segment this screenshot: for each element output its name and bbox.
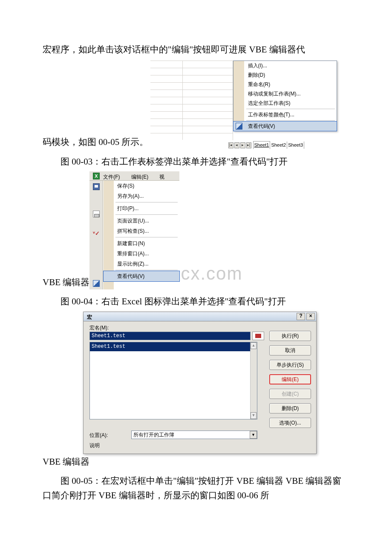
step-into-button[interactable]: 单步执行(S)	[269, 360, 311, 370]
vba-icon	[236, 123, 242, 130]
edit-button[interactable]: 编辑(E)	[269, 374, 311, 384]
print-icon[interactable]	[93, 211, 100, 217]
menu-item-rename[interactable]: 重命名(R)	[233, 80, 337, 89]
spreadsheet-grid	[150, 61, 233, 140]
excel-icon-context-menu: 保存(S) 另存为(A)... 打印(P)... 页面设置(U)... 拼写检查…	[103, 181, 179, 289]
macro-location-value: 所有打开的工作簿	[133, 432, 174, 438]
dialog-titlebar: 宏 ? ×	[84, 312, 316, 321]
figure-caption-00-03: 图 00-03：右击工作表标签弹出菜单并选择"查看代码"打开	[43, 155, 349, 169]
menu-item-insert[interactable]: 插入(I)...	[233, 61, 337, 70]
menu-item-new-window[interactable]: 新建窗口(N)	[104, 238, 179, 249]
menu-item-view-code[interactable]: 查看代码(V)	[233, 121, 337, 131]
spellcheck-icon[interactable]: ᵛ✓	[93, 231, 100, 238]
figure-caption-00-04: 图 00-04：右击 Excel 图标弹出菜单并选择"查看代码"打开	[43, 295, 349, 309]
figure-caption-00-05: 图 00-05：在宏对话框中单击"编辑"按钮打开 VBE 编辑器 VBE 编辑器…	[43, 474, 349, 503]
menu-edit[interactable]: 编辑(E)	[131, 173, 148, 181]
dropdown-icon[interactable]: ▼	[250, 431, 257, 439]
vbe-editor-label-2: VBE 编辑器	[43, 455, 349, 469]
menu-item-select-all-sheets[interactable]: 选定全部工作表(S)	[233, 98, 337, 108]
menu-item-label: 查看代码(V)	[248, 123, 275, 129]
figure-00-03: 插入(I)... 删除(D) 重命名(R) 移动或复制工作表(M)... 选定全…	[150, 61, 338, 150]
figure-00-05-macro-dialog: 宏 ? × 宏名(M): Sheet1.test Sheet1.test ▲ ▼…	[83, 312, 317, 454]
menu-item-tab-color[interactable]: 工作表标签颜色(T)...	[233, 110, 337, 119]
save-icon[interactable]	[93, 183, 100, 190]
menu-file[interactable]: 文件(F)	[103, 173, 120, 181]
tab-nav-first-icon[interactable]: |◂	[228, 142, 233, 148]
sheet-tab-context-menu: 插入(I)... 删除(D) 重命名(R) 移动或复制工作表(M)... 选定全…	[233, 61, 337, 131]
menu-item-move-copy[interactable]: 移动或复制工作表(M)...	[233, 89, 337, 98]
macro-listbox[interactable]: Sheet1.test ▲ ▼	[89, 342, 257, 419]
help-button-icon[interactable]: ?	[297, 313, 305, 320]
menu-item-delete[interactable]: 删除(D)	[233, 70, 337, 80]
vbe-editor-label-1: VBE 编辑器	[43, 275, 89, 290]
menu-item-save-as[interactable]: 另存为(A)...	[104, 191, 179, 201]
dialog-title: 宏	[87, 313, 92, 321]
scroll-up-icon[interactable]: ▲	[251, 342, 257, 349]
tab-nav-prev-icon[interactable]: ◂	[234, 142, 239, 148]
body-para-1b: 码模块，如图 00-05 所示。	[43, 135, 149, 150]
cancel-button[interactable]: 取消	[269, 345, 311, 356]
tab-nav-next-icon[interactable]: ▸	[240, 142, 245, 148]
macro-location-combo[interactable]: 所有打开的工作簿 ▼	[131, 431, 257, 439]
menu-view[interactable]: 视	[159, 173, 164, 181]
tab-nav-last-icon[interactable]: ▸|	[246, 142, 251, 148]
menu-item-print[interactable]: 打印(P)...	[104, 203, 179, 214]
menu-item-spell-check[interactable]: 拼写检查(S)...	[104, 226, 179, 236]
excel-icon[interactable]	[93, 173, 100, 179]
menu-item-view-code[interactable]: 查看代码(V)	[104, 271, 179, 281]
scroll-down-icon[interactable]: ▼	[251, 412, 257, 419]
sheet-tab-bar: |◂ ◂ ▸ ▸| Sheet1 Sheet2 Sheet3	[228, 142, 305, 149]
sheet-tab-3[interactable]: Sheet3	[287, 142, 304, 149]
sheet-tab-1[interactable]: Sheet1	[253, 141, 271, 150]
macro-description-label: 说明	[89, 442, 100, 450]
listbox-scrollbar[interactable]: ▲ ▼	[250, 342, 257, 419]
close-button-icon[interactable]: ×	[306, 313, 315, 320]
menu-item-save[interactable]: 保存(S)	[104, 181, 179, 191]
run-button[interactable]: 执行(R)	[269, 331, 311, 341]
sheet-tab-2[interactable]: Sheet2	[270, 142, 287, 149]
macro-name-field[interactable]: Sheet1.test	[89, 332, 251, 340]
create-button: 创建(C)	[269, 389, 311, 399]
macro-name-value[interactable]: Sheet1.test	[89, 332, 251, 340]
body-para-1a: 宏程序，如此单击该对话框中的"编辑"按钮即可进展 VBE 编辑器代	[43, 43, 349, 57]
refedit-icon[interactable]	[252, 332, 264, 340]
menu-item-page-setup[interactable]: 页面设置(U)...	[104, 216, 179, 226]
menu-bar: 文件(F) 编辑(E) 视	[89, 171, 179, 181]
vba-icon[interactable]	[93, 280, 100, 287]
delete-button[interactable]: 删除(D)	[269, 403, 311, 413]
options-button[interactable]: 选项(O)...	[269, 418, 311, 428]
macro-name-label: 宏名(M):	[89, 324, 109, 332]
menu-item-zoom[interactable]: 显示比例(Z)...	[104, 259, 179, 269]
toolbar-sidebar: ᵛ✓	[89, 181, 103, 289]
figure-00-04: 文件(F) 编辑(E) 视 ᵛ✓ 保存(S) 另存为(A)... 打印(P)..…	[89, 171, 179, 289]
macro-location-label: 位置(A):	[89, 431, 108, 439]
macro-list-item[interactable]: Sheet1.test	[90, 342, 257, 351]
menu-item-arrange-windows[interactable]: 重排窗口(A)...	[104, 249, 179, 259]
